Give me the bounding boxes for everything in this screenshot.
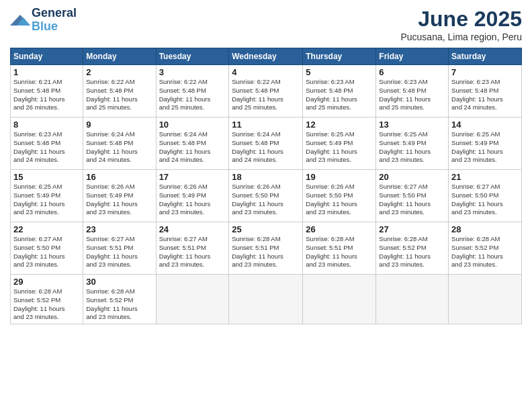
calendar-cell: 2Sunrise: 6:22 AM Sunset: 5:48 PM Daylig… [83, 65, 156, 118]
day-info: Sunrise: 6:27 AM Sunset: 5:50 PM Dayligh… [451, 183, 519, 217]
day-info: Sunrise: 6:24 AM Sunset: 5:48 PM Dayligh… [86, 130, 152, 165]
day-info: Sunrise: 6:23 AM Sunset: 5:48 PM Dayligh… [451, 78, 519, 112]
day-number: 26 [306, 224, 373, 234]
calendar-cell: 14Sunrise: 6:25 AM Sunset: 5:49 PM Dayli… [449, 118, 522, 170]
day-number: 2 [86, 67, 152, 77]
day-number: 17 [159, 172, 226, 182]
calendar-cell [229, 275, 303, 324]
weekday-header-friday: Friday [376, 48, 449, 65]
day-number: 16 [86, 172, 152, 182]
day-number: 24 [159, 224, 226, 234]
day-number: 13 [379, 120, 445, 130]
calendar-cell: 24Sunrise: 6:27 AM Sunset: 5:51 PM Dayli… [156, 222, 229, 275]
calendar-cell: 6Sunrise: 6:23 AM Sunset: 5:48 PM Daylig… [376, 65, 449, 118]
day-number: 9 [86, 120, 152, 130]
logo-line1: General [32, 7, 77, 20]
day-info: Sunrise: 6:27 AM Sunset: 5:51 PM Dayligh… [159, 235, 226, 269]
calendar-cell: 13Sunrise: 6:25 AM Sunset: 5:49 PM Dayli… [376, 118, 449, 170]
calendar-cell: 23Sunrise: 6:27 AM Sunset: 5:51 PM Dayli… [83, 222, 156, 275]
day-number: 25 [232, 224, 300, 234]
calendar-cell: 9Sunrise: 6:24 AM Sunset: 5:48 PM Daylig… [83, 118, 156, 170]
day-info: Sunrise: 6:25 AM Sunset: 5:49 PM Dayligh… [306, 130, 373, 165]
day-info: Sunrise: 6:21 AM Sunset: 5:48 PM Dayligh… [13, 78, 80, 112]
weekday-header-monday: Monday [83, 48, 156, 65]
calendar-cell: 25Sunrise: 6:28 AM Sunset: 5:51 PM Dayli… [229, 222, 303, 275]
day-info: Sunrise: 6:28 AM Sunset: 5:51 PM Dayligh… [306, 235, 373, 269]
day-info: Sunrise: 6:28 AM Sunset: 5:51 PM Dayligh… [232, 235, 300, 269]
weekday-header-wednesday: Wednesday [229, 48, 303, 65]
calendar-cell [449, 275, 522, 324]
calendar-cell: 26Sunrise: 6:28 AM Sunset: 5:51 PM Dayli… [303, 222, 376, 275]
day-info: Sunrise: 6:26 AM Sunset: 5:49 PM Dayligh… [86, 183, 152, 217]
day-info: Sunrise: 6:25 AM Sunset: 5:49 PM Dayligh… [13, 183, 80, 217]
day-number: 12 [306, 120, 373, 130]
week-row-3: 15Sunrise: 6:25 AM Sunset: 5:49 PM Dayli… [11, 170, 522, 222]
week-row-5: 29Sunrise: 6:28 AM Sunset: 5:52 PM Dayli… [11, 275, 522, 324]
day-info: Sunrise: 6:28 AM Sunset: 5:52 PM Dayligh… [451, 235, 519, 269]
day-number: 22 [13, 224, 80, 234]
day-info: Sunrise: 6:28 AM Sunset: 5:52 PM Dayligh… [379, 235, 445, 269]
location-subtitle: Pucusana, Lima region, Peru [400, 32, 522, 42]
calendar-cell: 7Sunrise: 6:23 AM Sunset: 5:48 PM Daylig… [449, 65, 522, 118]
calendar-cell: 19Sunrise: 6:26 AM Sunset: 5:50 PM Dayli… [303, 170, 376, 222]
week-row-1: 1Sunrise: 6:21 AM Sunset: 5:48 PM Daylig… [11, 65, 522, 118]
day-number: 29 [13, 277, 80, 287]
day-number: 30 [86, 277, 152, 287]
day-info: Sunrise: 6:27 AM Sunset: 5:50 PM Dayligh… [379, 183, 445, 217]
calendar-cell: 30Sunrise: 6:28 AM Sunset: 5:52 PM Dayli… [83, 275, 156, 324]
calendar-cell [376, 275, 449, 324]
day-number: 18 [232, 172, 300, 182]
title-area: June 2025 Pucusana, Lima region, Peru [400, 7, 522, 42]
day-number: 27 [379, 224, 445, 234]
calendar-cell: 5Sunrise: 6:23 AM Sunset: 5:48 PM Daylig… [303, 65, 376, 118]
day-number: 8 [13, 120, 80, 130]
day-info: Sunrise: 6:22 AM Sunset: 5:48 PM Dayligh… [159, 78, 226, 112]
calendar: SundayMondayTuesdayWednesdayThursdayFrid… [10, 48, 522, 324]
week-row-2: 8Sunrise: 6:23 AM Sunset: 5:48 PM Daylig… [11, 118, 522, 170]
weekday-header-saturday: Saturday [449, 48, 522, 65]
day-number: 10 [159, 120, 226, 130]
weekday-header-row: SundayMondayTuesdayWednesdayThursdayFrid… [11, 48, 522, 65]
calendar-cell: 27Sunrise: 6:28 AM Sunset: 5:52 PM Dayli… [376, 222, 449, 275]
calendar-cell: 3Sunrise: 6:22 AM Sunset: 5:48 PM Daylig… [156, 65, 229, 118]
day-number: 15 [13, 172, 80, 182]
calendar-cell: 16Sunrise: 6:26 AM Sunset: 5:49 PM Dayli… [83, 170, 156, 222]
day-number: 28 [451, 224, 519, 234]
day-info: Sunrise: 6:26 AM Sunset: 5:49 PM Dayligh… [159, 183, 226, 217]
day-info: Sunrise: 6:23 AM Sunset: 5:48 PM Dayligh… [306, 78, 373, 112]
day-info: Sunrise: 6:24 AM Sunset: 5:48 PM Dayligh… [232, 130, 300, 165]
calendar-cell: 4Sunrise: 6:22 AM Sunset: 5:48 PM Daylig… [229, 65, 303, 118]
day-number: 5 [306, 67, 373, 77]
weekday-header-sunday: Sunday [11, 48, 83, 65]
logo-text: General Blue [32, 7, 77, 34]
calendar-cell: 18Sunrise: 6:26 AM Sunset: 5:50 PM Dayli… [229, 170, 303, 222]
calendar-cell: 28Sunrise: 6:28 AM Sunset: 5:52 PM Dayli… [449, 222, 522, 275]
day-number: 4 [232, 67, 300, 77]
day-number: 6 [379, 67, 445, 77]
day-number: 7 [451, 67, 519, 77]
day-info: Sunrise: 6:22 AM Sunset: 5:48 PM Dayligh… [86, 78, 152, 112]
calendar-cell: 17Sunrise: 6:26 AM Sunset: 5:49 PM Dayli… [156, 170, 229, 222]
logo-line2: Blue [32, 20, 77, 34]
day-info: Sunrise: 6:23 AM Sunset: 5:48 PM Dayligh… [379, 78, 445, 112]
day-info: Sunrise: 6:27 AM Sunset: 5:51 PM Dayligh… [86, 235, 152, 269]
day-number: 19 [306, 172, 373, 182]
calendar-cell: 11Sunrise: 6:24 AM Sunset: 5:48 PM Dayli… [229, 118, 303, 170]
day-info: Sunrise: 6:27 AM Sunset: 5:50 PM Dayligh… [13, 235, 80, 269]
day-info: Sunrise: 6:26 AM Sunset: 5:50 PM Dayligh… [232, 183, 300, 217]
day-info: Sunrise: 6:28 AM Sunset: 5:52 PM Dayligh… [13, 287, 80, 322]
calendar-cell: 1Sunrise: 6:21 AM Sunset: 5:48 PM Daylig… [11, 65, 83, 118]
day-number: 14 [451, 120, 519, 130]
day-info: Sunrise: 6:25 AM Sunset: 5:49 PM Dayligh… [379, 130, 445, 165]
weekday-header-tuesday: Tuesday [156, 48, 229, 65]
day-info: Sunrise: 6:28 AM Sunset: 5:52 PM Dayligh… [86, 287, 152, 322]
header: General Blue June 2025 Pucusana, Lima re… [10, 7, 522, 42]
day-number: 21 [451, 172, 519, 182]
month-title: June 2025 [400, 7, 522, 32]
calendar-cell: 20Sunrise: 6:27 AM Sunset: 5:50 PM Dayli… [376, 170, 449, 222]
calendar-cell: 21Sunrise: 6:27 AM Sunset: 5:50 PM Dayli… [449, 170, 522, 222]
day-number: 11 [232, 120, 300, 130]
week-row-4: 22Sunrise: 6:27 AM Sunset: 5:50 PM Dayli… [11, 222, 522, 275]
day-number: 20 [379, 172, 445, 182]
calendar-cell: 22Sunrise: 6:27 AM Sunset: 5:50 PM Dayli… [11, 222, 83, 275]
